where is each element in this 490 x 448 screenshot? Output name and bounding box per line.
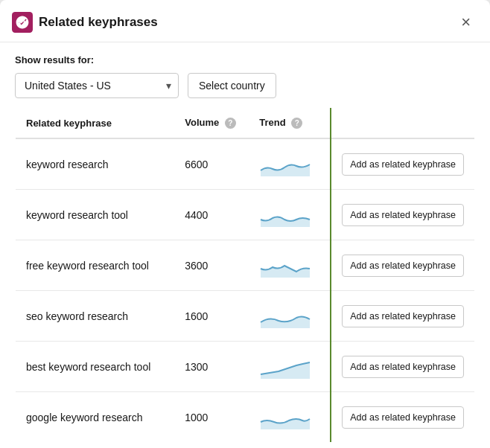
filter-section: Show results for: United States - US Uni…	[0, 42, 490, 107]
keyphrase-cell: seo keyword research	[16, 291, 175, 342]
add-keyphrase-button[interactable]: Add as related keyphrase	[342, 204, 464, 226]
keyphrase-cell: best keyword research tool	[16, 342, 175, 392]
action-cell: Add as related keyphrase	[331, 190, 474, 240]
keyphrase-cell: google keyword research	[16, 392, 175, 443]
results-table: Related keyphrase Volume ? Trend ? keywo…	[15, 107, 475, 443]
action-cell: Add as related keyphrase	[331, 342, 474, 392]
action-cell: Add as related keyphrase	[331, 291, 474, 342]
header-action	[331, 108, 474, 139]
modal-header: Y! Related keyphrases ×	[0, 0, 490, 42]
filter-label: Show results for:	[15, 54, 475, 65]
select-country-button[interactable]: Select country	[188, 73, 276, 98]
header-trend: Trend ?	[249, 108, 331, 139]
volume-cell: 1300	[174, 342, 249, 392]
trend-cell	[249, 138, 331, 190]
add-keyphrase-button[interactable]: Add as related keyphrase	[342, 406, 464, 429]
table-row: best keyword research tool1300Add as rel…	[16, 342, 475, 392]
volume-cell: 4400	[174, 190, 249, 240]
modal-header-left: Y! Related keyphrases	[12, 12, 158, 33]
keyphrase-cell: free keyword research tool	[16, 240, 175, 291]
table-row: google keyword research1000Add as relate…	[16, 392, 475, 443]
table-row: seo keyword research1600Add as related k…	[16, 291, 475, 342]
table-header-row: Related keyphrase Volume ? Trend ?	[16, 108, 475, 139]
close-button[interactable]: ×	[456, 13, 475, 32]
related-keyphrases-modal: Y! Related keyphrases × Show results for…	[0, 0, 490, 448]
table-row: keyword research6600Add as related keyph…	[16, 138, 475, 190]
trend-cell	[249, 240, 331, 291]
trend-help-icon[interactable]: ?	[291, 118, 302, 129]
add-keyphrase-button[interactable]: Add as related keyphrase	[342, 356, 464, 378]
action-cell: Add as related keyphrase	[331, 392, 474, 443]
header-volume: Volume ?	[174, 108, 249, 139]
filter-controls: United States - US United Kingdom - UK C…	[15, 73, 475, 98]
modal-title: Related keyphrases	[39, 15, 158, 30]
header-keyphrase: Related keyphrase	[16, 108, 175, 139]
action-cell: Add as related keyphrase	[331, 138, 474, 190]
add-keyphrase-button[interactable]: Add as related keyphrase	[342, 153, 464, 176]
keyphrase-cell: keyword research	[16, 138, 175, 190]
table-container: Related keyphrase Volume ? Trend ? keywo…	[0, 107, 490, 448]
table-row: keyword research tool4400Add as related …	[16, 190, 475, 240]
svg-text:Y!: Y!	[17, 18, 25, 27]
add-keyphrase-button[interactable]: Add as related keyphrase	[342, 305, 464, 327]
trend-cell	[249, 291, 331, 342]
volume-cell: 1000	[174, 392, 249, 443]
action-cell: Add as related keyphrase	[331, 240, 474, 291]
volume-cell: 6600	[174, 138, 249, 190]
trend-cell	[249, 392, 331, 443]
add-keyphrase-button[interactable]: Add as related keyphrase	[342, 255, 464, 277]
volume-help-icon[interactable]: ?	[225, 118, 236, 129]
keyphrase-cell: keyword research tool	[16, 190, 175, 240]
trend-cell	[249, 342, 331, 392]
yoast-logo-icon: Y!	[12, 12, 33, 33]
trend-cell	[249, 190, 331, 240]
volume-cell: 3600	[174, 240, 249, 291]
table-row: free keyword research tool3600Add as rel…	[16, 240, 475, 291]
volume-cell: 1600	[174, 291, 249, 342]
country-select[interactable]: United States - US United Kingdom - UK C…	[15, 73, 179, 98]
country-select-wrapper: United States - US United Kingdom - UK C…	[15, 73, 179, 98]
